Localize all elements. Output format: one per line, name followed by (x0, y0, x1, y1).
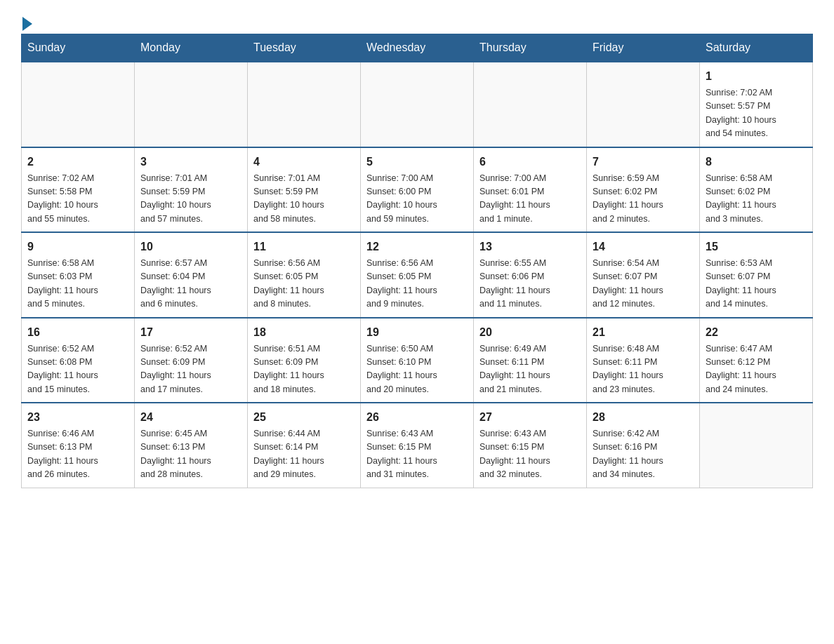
calendar-week-2: 2Sunrise: 7:02 AMSunset: 5:58 PMDaylight… (22, 147, 813, 233)
day-number: 14 (593, 239, 694, 255)
weekday-header-monday: Monday (135, 34, 248, 62)
day-number: 5 (366, 154, 468, 170)
calendar-cell: 25Sunrise: 6:44 AMSunset: 6:14 PMDayligh… (248, 403, 361, 488)
day-info: Sunrise: 7:01 AMSunset: 5:59 PMDaylight:… (253, 172, 355, 227)
day-info: Sunrise: 6:49 AMSunset: 6:11 PMDaylight:… (479, 342, 581, 397)
calendar-week-1: 1Sunrise: 7:02 AMSunset: 5:57 PMDaylight… (22, 62, 813, 147)
calendar-cell: 16Sunrise: 6:52 AMSunset: 6:08 PMDayligh… (22, 318, 135, 403)
calendar-week-5: 23Sunrise: 6:46 AMSunset: 6:13 PMDayligh… (22, 403, 813, 488)
day-info: Sunrise: 7:02 AMSunset: 5:57 PMDaylight:… (706, 86, 807, 141)
day-number: 25 (253, 409, 355, 426)
calendar-cell: 4Sunrise: 7:01 AMSunset: 5:59 PMDaylight… (248, 147, 361, 233)
day-number: 8 (706, 154, 807, 170)
day-info: Sunrise: 7:00 AMSunset: 6:01 PMDaylight:… (479, 172, 581, 227)
day-number: 3 (140, 154, 241, 170)
day-number: 20 (479, 324, 581, 341)
day-info: Sunrise: 7:00 AMSunset: 6:00 PMDaylight:… (366, 172, 468, 227)
calendar-cell: 9Sunrise: 6:58 AMSunset: 6:03 PMDaylight… (22, 232, 135, 318)
calendar-cell (361, 62, 474, 147)
weekday-header-thursday: Thursday (474, 34, 587, 62)
calendar-cell: 28Sunrise: 6:42 AMSunset: 6:16 PMDayligh… (587, 403, 700, 488)
calendar-cell: 6Sunrise: 7:00 AMSunset: 6:01 PMDaylight… (474, 147, 587, 233)
day-info: Sunrise: 6:55 AMSunset: 6:06 PMDaylight:… (479, 257, 581, 311)
calendar-cell: 20Sunrise: 6:49 AMSunset: 6:11 PMDayligh… (474, 318, 587, 403)
calendar-cell: 22Sunrise: 6:47 AMSunset: 6:12 PMDayligh… (700, 318, 813, 403)
day-number: 9 (27, 239, 128, 255)
calendar-cell: 1Sunrise: 7:02 AMSunset: 5:57 PMDaylight… (700, 62, 813, 147)
day-number: 15 (706, 239, 807, 255)
day-number: 2 (27, 154, 128, 170)
day-info: Sunrise: 6:56 AMSunset: 6:05 PMDaylight:… (366, 257, 468, 311)
day-info: Sunrise: 6:43 AMSunset: 6:15 PMDaylight:… (479, 427, 581, 482)
weekday-header-wednesday: Wednesday (361, 34, 474, 62)
day-info: Sunrise: 7:01 AMSunset: 5:59 PMDaylight:… (140, 172, 241, 227)
day-number: 26 (366, 409, 468, 426)
day-info: Sunrise: 6:44 AMSunset: 6:14 PMDaylight:… (253, 427, 355, 482)
day-info: Sunrise: 6:54 AMSunset: 6:07 PMDaylight:… (593, 257, 694, 311)
day-number: 24 (140, 409, 241, 426)
day-info: Sunrise: 6:52 AMSunset: 6:08 PMDaylight:… (27, 342, 128, 397)
calendar-week-3: 9Sunrise: 6:58 AMSunset: 6:03 PMDaylight… (22, 232, 813, 318)
day-number: 10 (140, 239, 241, 255)
day-info: Sunrise: 6:51 AMSunset: 6:09 PMDaylight:… (253, 342, 355, 397)
calendar-cell: 18Sunrise: 6:51 AMSunset: 6:09 PMDayligh… (248, 318, 361, 403)
day-number: 23 (27, 409, 128, 426)
logo (21, 14, 32, 27)
calendar-cell (135, 62, 248, 147)
day-info: Sunrise: 6:56 AMSunset: 6:05 PMDaylight:… (253, 257, 355, 311)
calendar-cell: 24Sunrise: 6:45 AMSunset: 6:13 PMDayligh… (135, 403, 248, 488)
calendar-week-4: 16Sunrise: 6:52 AMSunset: 6:08 PMDayligh… (22, 318, 813, 403)
calendar-cell (587, 62, 700, 147)
day-info: Sunrise: 6:57 AMSunset: 6:04 PMDaylight:… (140, 257, 241, 311)
calendar-cell: 13Sunrise: 6:55 AMSunset: 6:06 PMDayligh… (474, 232, 587, 318)
day-info: Sunrise: 6:58 AMSunset: 6:02 PMDaylight:… (706, 172, 807, 227)
weekday-header-tuesday: Tuesday (248, 34, 361, 62)
calendar-cell: 21Sunrise: 6:48 AMSunset: 6:11 PMDayligh… (587, 318, 700, 403)
calendar-cell: 12Sunrise: 6:56 AMSunset: 6:05 PMDayligh… (361, 232, 474, 318)
day-number: 22 (706, 324, 807, 341)
day-number: 1 (706, 68, 807, 85)
calendar-cell: 2Sunrise: 7:02 AMSunset: 5:58 PMDaylight… (22, 147, 135, 233)
calendar-cell: 7Sunrise: 6:59 AMSunset: 6:02 PMDaylight… (587, 147, 700, 233)
calendar-table: SundayMondayTuesdayWednesdayThursdayFrid… (21, 34, 813, 488)
calendar-cell: 5Sunrise: 7:00 AMSunset: 6:00 PMDaylight… (361, 147, 474, 233)
day-number: 18 (253, 324, 355, 341)
day-info: Sunrise: 6:52 AMSunset: 6:09 PMDaylight:… (140, 342, 241, 397)
day-number: 6 (479, 154, 581, 170)
calendar-cell (248, 62, 361, 147)
day-info: Sunrise: 6:46 AMSunset: 6:13 PMDaylight:… (27, 427, 128, 482)
calendar-cell: 11Sunrise: 6:56 AMSunset: 6:05 PMDayligh… (248, 232, 361, 318)
day-info: Sunrise: 6:50 AMSunset: 6:10 PMDaylight:… (366, 342, 468, 397)
day-number: 7 (593, 154, 694, 170)
day-info: Sunrise: 7:02 AMSunset: 5:58 PMDaylight:… (27, 172, 128, 227)
calendar-cell: 17Sunrise: 6:52 AMSunset: 6:09 PMDayligh… (135, 318, 248, 403)
day-info: Sunrise: 6:47 AMSunset: 6:12 PMDaylight:… (706, 342, 807, 397)
calendar-cell: 14Sunrise: 6:54 AMSunset: 6:07 PMDayligh… (587, 232, 700, 318)
calendar-cell (700, 403, 813, 488)
calendar-header-row: SundayMondayTuesdayWednesdayThursdayFrid… (22, 34, 813, 62)
day-info: Sunrise: 6:58 AMSunset: 6:03 PMDaylight:… (27, 257, 128, 311)
page-header (21, 14, 813, 27)
weekday-header-friday: Friday (587, 34, 700, 62)
day-info: Sunrise: 6:53 AMSunset: 6:07 PMDaylight:… (706, 257, 807, 311)
day-number: 19 (366, 324, 468, 341)
day-number: 12 (366, 239, 468, 255)
day-info: Sunrise: 6:43 AMSunset: 6:15 PMDaylight:… (366, 427, 468, 482)
day-info: Sunrise: 6:59 AMSunset: 6:02 PMDaylight:… (593, 172, 694, 227)
weekday-header-saturday: Saturday (700, 34, 813, 62)
day-info: Sunrise: 6:45 AMSunset: 6:13 PMDaylight:… (140, 427, 241, 482)
calendar-cell: 10Sunrise: 6:57 AMSunset: 6:04 PMDayligh… (135, 232, 248, 318)
day-number: 17 (140, 324, 241, 341)
calendar-cell: 27Sunrise: 6:43 AMSunset: 6:15 PMDayligh… (474, 403, 587, 488)
calendar-cell: 19Sunrise: 6:50 AMSunset: 6:10 PMDayligh… (361, 318, 474, 403)
calendar-cell: 26Sunrise: 6:43 AMSunset: 6:15 PMDayligh… (361, 403, 474, 488)
day-number: 27 (479, 409, 581, 426)
day-number: 11 (253, 239, 355, 255)
calendar-cell: 8Sunrise: 6:58 AMSunset: 6:02 PMDaylight… (700, 147, 813, 233)
logo-arrow-icon (22, 17, 32, 31)
day-number: 28 (593, 409, 694, 426)
calendar-cell (22, 62, 135, 147)
calendar-cell: 23Sunrise: 6:46 AMSunset: 6:13 PMDayligh… (22, 403, 135, 488)
calendar-cell: 3Sunrise: 7:01 AMSunset: 5:59 PMDaylight… (135, 147, 248, 233)
calendar-cell: 15Sunrise: 6:53 AMSunset: 6:07 PMDayligh… (700, 232, 813, 318)
